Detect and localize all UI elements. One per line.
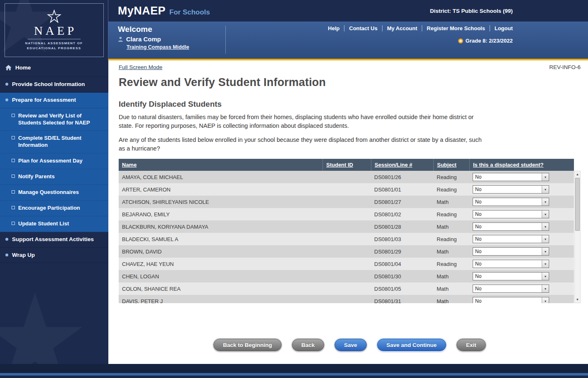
sidebar-item-label: Review and Verify List of Students Selec… [18,112,103,127]
nav-link-my-account[interactable]: My Account [382,25,422,31]
dropdown-arrow-icon: ▼ [542,173,549,181]
page-code: REV-INFO-6 [549,64,581,70]
displaced-select-value: No [473,199,481,205]
displaced-select[interactable]: No ▼ [473,297,549,303]
page-title: Review and Verify Student Information [119,76,581,89]
students-table-inner: Name Student ID Session/Line # Subject I… [119,159,574,303]
cell-name: BROWN, DAVID [119,249,323,255]
dropdown-arrow-icon: ▼ [542,186,549,193]
nav-link-register-more-schools[interactable]: Register More Schools [422,25,490,31]
sidebar-item-review-and-verify-students[interactable]: Review and Verify List of Students Selec… [0,108,108,131]
subitem-square-icon [12,114,15,117]
sidebar-item-update-student-list[interactable]: Update Student List [0,216,108,232]
nav-link-logout[interactable]: Logout [490,25,513,31]
column-header-name[interactable]: Name [119,162,323,168]
displaced-select[interactable]: No ▼ [473,272,549,280]
grade-label: Grade 8: 2/23/2022 [466,38,513,44]
displaced-select-value: No [473,236,481,242]
sidebar-item-manage-questionnaires[interactable]: Manage Questionnaires [0,185,108,201]
table-body: AMAYA, COLE MICHAEL DS0801/26 Reading No… [119,171,574,303]
table-row: BEJARANO, EMILY DS0801/02 Reading No ▼ [119,208,574,220]
sidebar-item-wrap-up[interactable]: Wrap Up [0,248,108,263]
cell-name: BLACKBURN, KORIYANA DAMAYA [119,224,323,230]
back-button[interactable]: Back [292,339,324,351]
user-line: Clara Comp [118,36,513,43]
cell-session-line: DS0801/02 [371,211,433,218]
sidebar-item-label: Home [15,65,31,72]
sidebar-item-label: Plan for Assessment Day [18,158,83,165]
displaced-select[interactable]: No ▼ [473,185,549,194]
scroll-up-icon[interactable]: ▲ [575,171,580,177]
sidebar-item-encourage-participation[interactable]: Encourage Participation [0,201,108,216]
cell-name: CHAVEZ, HAE YEUN [119,261,323,267]
subitem-square-icon [12,222,15,225]
app-title: MyNAEP [118,5,166,17]
sidebar-item-notify-parents[interactable]: Notify Parents [0,169,108,185]
app-subtitle: For Schools [170,8,210,17]
column-header-student-id[interactable]: Student ID [323,159,371,171]
scroll-down-icon[interactable]: ▼ [575,297,580,303]
sidebar-item-support-assessment-activities[interactable]: Support Assessment Activities [0,232,108,248]
cell-session-line: DS0801/03 [371,236,433,242]
displaced-select[interactable]: No ▼ [473,285,549,293]
table-header-row: Name Student ID Session/Line # Subject I… [119,159,574,171]
dropdown-arrow-icon: ▼ [542,211,549,218]
cell-session-line: DS0801/27 [371,199,433,205]
column-header-displaced[interactable]: Is this a displaced student? [469,159,574,171]
sidebar-item-complete-sdel-information[interactable]: Complete SD/EL Student Information [0,131,108,153]
displaced-select[interactable]: No ▼ [473,235,549,243]
cell-subject: Reading [433,261,469,267]
displaced-select[interactable]: No ▼ [473,260,549,268]
sidebar-item-plan-for-assessment-day[interactable]: Plan for Assessment Day [0,153,108,169]
cell-displaced: No ▼ [469,260,574,268]
intro-paragraph: Due to natural disasters, families may b… [119,113,486,130]
table-scrollbar[interactable]: ▲ ▼ [574,171,581,303]
nav-link-help[interactable]: Help [323,25,344,31]
sidebar-group-prepare-for-assessment: Prepare for Assessment Review and Verify… [0,93,108,232]
displaced-select[interactable]: No ▼ [473,173,549,181]
sidebar-item-label: Prepare for Assessment [12,97,76,104]
cell-displaced: No ▼ [469,272,574,280]
main-content: Full Screen Mode REV-INFO-6 Review and V… [108,60,588,364]
naep-logo-text: NAEP [31,24,77,38]
bullet-icon [5,83,8,86]
save-and-continue-button[interactable]: Save and Continue [377,339,447,351]
displaced-select[interactable]: No ▼ [473,210,549,218]
column-header-session-line[interactable]: Session/Line # [371,159,433,171]
sidebar-item-provide-school-information[interactable]: Provide School Information [0,77,108,93]
nav-link-contact-us[interactable]: Contact Us [344,25,382,31]
back-to-beginning-button[interactable]: Back to Beginning [213,339,282,351]
save-button[interactable]: Save [335,339,367,351]
exit-button[interactable]: Exit [457,339,486,351]
displaced-select[interactable]: No ▼ [473,222,549,231]
cell-displaced: No ▼ [469,198,574,206]
displaced-select[interactable]: No ▼ [473,247,549,256]
dropdown-arrow-icon: ▼ [542,198,549,206]
full-screen-mode-link[interactable]: Full Screen Mode [119,64,163,70]
subitem-square-icon [12,206,15,209]
bottom-bar [0,364,588,378]
cell-displaced: No ▼ [469,235,574,243]
column-header-subject[interactable]: Subject [433,159,469,171]
cell-subject: Math [433,224,469,230]
naep-star-icon [47,10,62,24]
dropdown-arrow-icon: ▼ [542,248,549,255]
sidebar-item-label: Manage Questionnaires [18,189,79,196]
sidebar-item-prepare-for-assessment[interactable]: Prepare for Assessment [0,93,108,108]
scrollbar-thumb[interactable] [575,178,580,231]
sidebar-item-home[interactable]: Home [0,60,108,77]
cell-session-line: DS0801/01 [371,187,433,193]
sidebar-item-label: Support Assessment Activities [12,236,94,243]
section-heading: Identify Displaced Students [119,100,581,109]
district-label: District: TS Public Schools (99) [430,8,513,14]
user-name: Clara Comp [126,36,161,43]
displaced-select[interactable]: No ▼ [473,198,549,206]
grade-indicator: Grade 8: 2/23/2022 [458,38,513,44]
cell-name: COLON, SHANICE REA [119,286,323,292]
cell-name: CHEN, LOGAN [119,273,323,280]
displaced-select-value: No [473,286,481,292]
sidebar-item-label: Encourage Participation [18,205,80,212]
user-icon [118,36,123,42]
school-link[interactable]: Training Compass Middle [127,44,189,50]
cell-session-line: DS0801/29 [371,249,433,255]
